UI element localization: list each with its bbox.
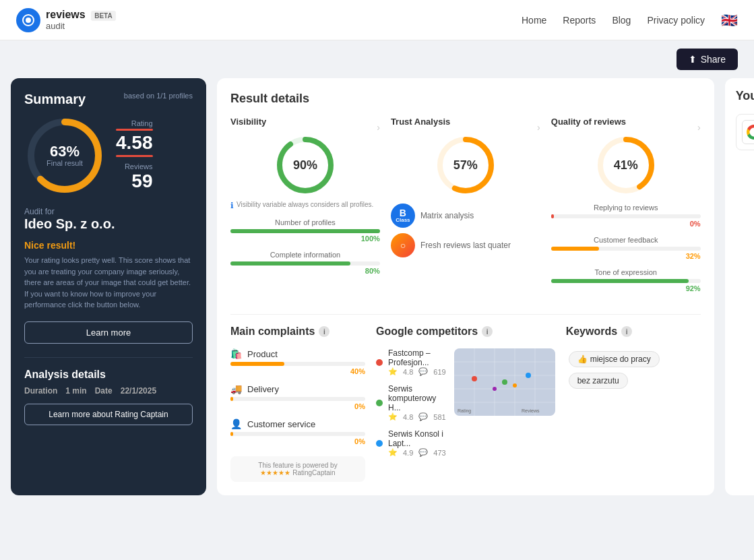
comp-review-icon-1: 💬 — [418, 367, 428, 376]
replying-val: 0% — [551, 220, 701, 228]
tone-val: 92% — [551, 284, 701, 292]
delivery-complaint: 🚚 Delivery 0% — [230, 383, 365, 410]
result-bottom-section: Main complaints i 🛍️ Product 40% — [230, 325, 701, 482]
delivery-name: Delivery — [247, 384, 279, 394]
comp-rating-1: 4.8 — [403, 368, 413, 376]
svg-point-1 — [26, 18, 31, 23]
visibility-sub-metrics: Number of profiles 100% Complete informa… — [230, 218, 380, 275]
trust-pct: 57% — [453, 158, 478, 173]
rating-label: Rating — [116, 119, 153, 127]
delivery-bar — [230, 397, 365, 401]
learn-captain-button[interactable]: Learn more about Rating Captain — [24, 404, 193, 425]
quality-arrow[interactable]: › — [697, 122, 701, 133]
result-details-title: Result details — [230, 92, 701, 106]
trust-label: Trust Analysis — [391, 117, 450, 127]
visibility-circle: 90% — [275, 135, 336, 195]
info-icon: ℹ — [230, 201, 234, 210]
comp-reviews-1: 619 — [433, 368, 445, 376]
customer-service-name: Customer service — [247, 419, 315, 429]
based-on: based on 1/1 profiles — [124, 92, 193, 100]
comp-info-1: Fastcomp – Profesjon... ⭐ 4.8 💬 619 — [388, 348, 446, 376]
nav-reports[interactable]: Reports — [563, 15, 596, 26]
num-profiles-fill — [230, 229, 380, 233]
google-logo — [742, 120, 754, 144]
customer-service-bar — [230, 432, 365, 436]
keyword-thumb-icon: 👍 — [577, 354, 588, 364]
keyword-2[interactable]: bez zarzutu — [569, 373, 628, 389]
comp-stats-2: ⭐ 4.8 💬 581 — [388, 412, 446, 421]
comp-name-1: Fastcomp – Profesjon... — [388, 348, 446, 367]
svg-point-23 — [513, 383, 517, 387]
comp-info-3: Serwis Konsol i Lapt... ⭐ 4.9 💬 473 — [388, 429, 446, 457]
visibility-arrow[interactable]: › — [377, 122, 380, 133]
keywords-info-icon[interactable]: i — [621, 326, 632, 337]
visibility-note: ℹ Visibility variable always considers a… — [230, 201, 380, 210]
nav-blog[interactable]: Blog — [612, 15, 631, 26]
product-val: 40% — [230, 367, 365, 375]
competitors-info-icon[interactable]: i — [482, 326, 493, 337]
company-name: Ideo Sp. z o.o. — [24, 216, 193, 232]
comp-review-icon-3: 💬 — [418, 448, 428, 457]
customer-service-icon: 👤 — [230, 418, 242, 429]
tone-metric: Tone of expression 92% — [551, 268, 701, 292]
svg-text:Rating: Rating — [458, 408, 471, 414]
score-text: 63% Final result — [46, 144, 83, 167]
audit-for-label: Audit for — [24, 207, 193, 216]
product-header: 🛍️ Product — [230, 348, 365, 359]
product-name: Product — [247, 349, 278, 359]
complete-info-bar — [230, 261, 380, 266]
nav-privacy[interactable]: Privacy policy — [647, 15, 705, 26]
quality-sub-metrics: Replying to reviews 0% Customer feedback — [551, 204, 701, 292]
main-nav: Home Reports Blog Privacy policy 🇬🇧 — [522, 12, 738, 28]
competitors-content: Fastcomp – Profesjon... ⭐ 4.8 💬 619 — [376, 348, 555, 465]
complaints-info-icon[interactable]: i — [319, 326, 329, 337]
keyword-1-label: miejsce do pracy — [590, 354, 651, 364]
result-details-card: Result details Visibility › 90% — [217, 78, 714, 495]
keyword-1[interactable]: 👍 miejsce do pracy — [569, 351, 660, 367]
main-complaints-section: Main complaints i 🛍️ Product 40% — [230, 325, 365, 482]
replying-fill — [551, 214, 554, 218]
competitor-2: Serwis komputerowy H... ⭐ 4.8 💬 581 — [376, 384, 446, 421]
trust-arrow[interactable]: › — [537, 122, 540, 133]
powered-label: This feature is powered by — [239, 462, 357, 469]
num-profiles-bar — [230, 229, 380, 233]
share-button[interactable]: ⬆ Share — [677, 49, 738, 70]
complaints-title-text: Main complaints — [230, 325, 315, 338]
learn-more-button[interactable]: Learn more — [24, 321, 193, 344]
competitors-title-text: Google competitors — [376, 325, 478, 338]
feedback-fill — [551, 247, 599, 251]
google-competitors-section: Google competitors i Fastcomp – Profesjo… — [376, 325, 555, 482]
language-flag[interactable]: 🇬🇧 — [721, 12, 738, 28]
comp-name-3: Serwis Konsol i Lapt... — [388, 429, 446, 448]
customer-service-complaint: 👤 Customer service 0% — [230, 418, 365, 445]
delivery-fill — [230, 397, 233, 401]
comp-reviews-2: 581 — [433, 413, 445, 421]
rating-top-bar — [116, 129, 153, 131]
share-bar: ⬆ Share — [0, 40, 754, 78]
tone-fill — [551, 279, 689, 283]
trust-sub-metrics: B Class Matrix analysis ○ Fresh reviews … — [391, 204, 540, 257]
trust-circle: 57% — [435, 135, 496, 195]
svg-point-22 — [493, 387, 497, 391]
summary-card: Summary based on 1/1 profiles 63% Final … — [11, 78, 206, 495]
comp-dot-2 — [376, 400, 383, 406]
nav-home[interactable]: Home — [522, 15, 546, 26]
svg-text:Reviews: Reviews — [522, 408, 540, 413]
quality-label: Quality of reviews — [551, 117, 626, 127]
complete-info-val: 80% — [230, 267, 380, 275]
matrix-badge: B Class — [391, 204, 415, 228]
profiles-card: Your profiles Ideo Sp. z o.o. See profil… — [725, 78, 754, 495]
quality-circle: 41% — [596, 135, 656, 195]
svg-point-19 — [472, 376, 477, 381]
metrics-row: Visibility › 90% ℹ Visibility variable a… — [230, 117, 701, 315]
reviews-value: 59 — [116, 170, 153, 192]
top-row: Summary based on 1/1 profiles 63% Final … — [11, 78, 743, 495]
competitor-3: Serwis Konsol i Lapt... ⭐ 4.9 💬 473 — [376, 429, 446, 457]
replying-bar — [551, 214, 701, 218]
complete-info-metric: Complete information 80% — [230, 251, 380, 275]
complaints-title: Main complaints i — [230, 325, 365, 338]
competitors-list: Fastcomp – Profesjon... ⭐ 4.8 💬 619 — [376, 348, 446, 465]
product-complaint: 🛍️ Product 40% — [230, 348, 365, 375]
analysis-title: Analysis details — [24, 369, 193, 381]
delivery-val: 0% — [230, 402, 365, 410]
